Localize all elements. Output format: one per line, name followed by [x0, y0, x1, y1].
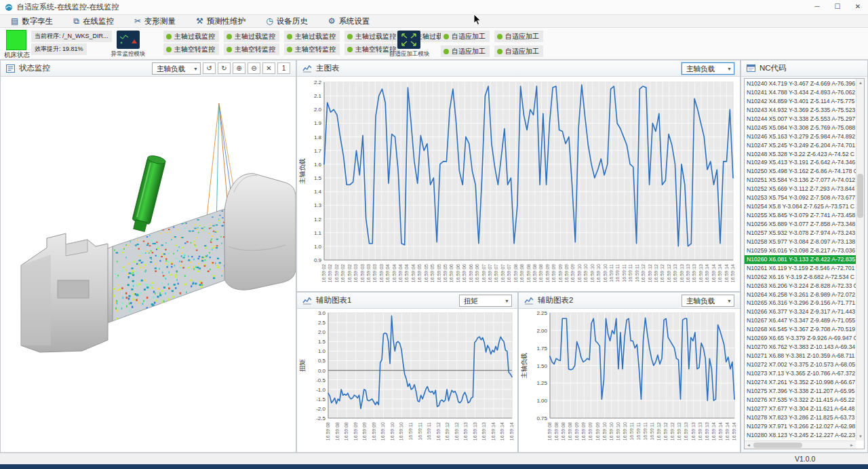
menu-item-label: 在线监控: [83, 16, 114, 26]
nc-hscroll-thumb[interactable]: [753, 443, 802, 448]
machine-3d-viewport[interactable]: [1, 77, 296, 452]
nc-code-line[interactable]: N10263 X6.206 Y-3.224 Z-8.828 A-72.33 C: [745, 282, 856, 290]
zoom-in-button[interactable]: ⊕: [233, 62, 245, 74]
nc-horizontal-scrollbar[interactable]: ◄ ►: [745, 440, 856, 449]
aux-chart2-svg[interactable]: 2.252.001.751.501.251.000.7516:59:0816:5…: [519, 309, 740, 452]
nc-code-line[interactable]: N10245 X5.084 Y-3.308 Z-5.769 A-75.088: [745, 124, 856, 132]
main-chart-svg[interactable]: 2.22.12.01.91.81.71.61.51.41.31.21.11.00…: [297, 77, 740, 291]
spindle-overload-monitor-button-2[interactable]: 主轴过载监控: [224, 31, 279, 42]
nc-vscroll-thumb[interactable]: [857, 174, 863, 218]
scroll-left-icon[interactable]: ◄: [745, 441, 753, 449]
nc-code-line[interactable]: N10240 X4.719 Y-3.467 Z-4.669 A-76.396: [745, 79, 856, 88]
nc-code-line[interactable]: N10275 X7.396 Y-3.338 Z-11.207 A-65.95: [745, 387, 856, 396]
svg-text:16:59:08: 16:59:08: [561, 422, 566, 440]
orbit-view-button[interactable]: ↻: [218, 62, 231, 74]
scroll-down-icon[interactable]: ▼: [856, 432, 865, 440]
minimize-button[interactable]: ─: [807, 0, 827, 15]
document-icon: ▤: [11, 17, 18, 25]
menu-item-device-history[interactable]: ◷设备历史: [266, 16, 307, 26]
svg-text:16:59:09: 16:59:09: [551, 264, 556, 282]
nc-code-line[interactable]: N10278 X7.823 Y-3.286 Z-11.825 A-63.73: [745, 413, 856, 422]
adaptive-machining-button-3[interactable]: 自适应加工: [441, 45, 490, 57]
adaptive-machining-button-1[interactable]: 自适应加工: [441, 31, 490, 42]
nc-code-line[interactable]: N10260 X6.081 Y-3.133 Z-8.422 A-72.835: [745, 255, 856, 264]
spindle-overload-monitor-button-1[interactable]: 主轴过载监控: [163, 31, 219, 42]
menu-item-system-settings[interactable]: ⚙系统设置: [328, 16, 370, 26]
nc-code-line[interactable]: N10274 X7.261 Y-3.352 Z-10.998 A-66.67: [745, 378, 856, 387]
svg-text:16:59:11: 16:59:11: [418, 422, 422, 440]
nc-code-line[interactable]: N10262 X6.16 Y-3.19 Z-8.682 A-72.534 C: [745, 273, 856, 282]
nc-code-line[interactable]: N10276 X7.535 Y-3.322 Z-11.415 A-65.22: [745, 396, 856, 405]
abnormal-monitor-module-icon[interactable]: [117, 31, 140, 49]
nc-code-line[interactable]: N10266 X6.377 Y-3.324 Z-9.317 A-71.443: [745, 307, 856, 316]
aux-chart1-svg[interactable]: 3.02.52.01.51.00.50.0-0.5-1.0-1.5-2.0-2.…: [297, 309, 517, 452]
close-button[interactable]: ✕: [848, 0, 868, 15]
idle-monitor-row: 主轴空转监控主轴空转监控主轴空转监控主轴空转监控: [163, 43, 400, 55]
nc-code-line[interactable]: N10264 X6.258 Y-3.261 Z-8.989 A-72.072: [745, 290, 856, 299]
svg-text:16:59:03: 16:59:03: [366, 264, 371, 282]
spindle-idle-monitor-button-1[interactable]: 主轴空转监控: [163, 43, 219, 55]
view-signal-dropdown[interactable]: 主轴负载 ▼: [152, 62, 201, 75]
scroll-up-icon[interactable]: ▲: [856, 79, 865, 87]
aux-chart1-signal-dropdown[interactable]: 扭矩 ▼: [459, 295, 512, 307]
nc-code-line[interactable]: N10253 X5.754 Y-3.092 Z-7.508 A-73.677: [745, 193, 856, 202]
svg-text:-1.5: -1.5: [316, 396, 326, 402]
reset-view-button[interactable]: ✕: [262, 62, 275, 74]
nc-code-line[interactable]: N10271 X6.88 Y-3.381 Z-10.359 A-68.711: [745, 352, 856, 360]
nc-code-line[interactable]: N10247 X5.245 Y-3.249 Z-6.204 A-74.701: [745, 141, 856, 150]
nc-code-line[interactable]: N10252 X5.669 Y-3.112 Z-7.293 A-73.844: [745, 185, 856, 193]
menu-item-predictive-maintenance[interactable]: ⚒预测性维护: [196, 16, 245, 26]
green-status-dot: [166, 34, 172, 39]
nc-code-line[interactable]: N10241 X4.788 Y-3.434 Z-4.893 A-76.062: [745, 88, 856, 97]
svg-text:16:59:08: 16:59:08: [519, 264, 524, 282]
menu-item-online-monitor[interactable]: ⧉在线监控: [73, 16, 114, 26]
nc-code-line[interactable]: N10277 X7.677 Y-3.304 Z-11.621 A-64.48: [745, 405, 856, 413]
nc-code-line[interactable]: N10261 X6.119 Y-3.159 Z-8.546 A-72.701: [745, 264, 856, 273]
svg-text:16:59:06: 16:59:06: [462, 264, 467, 282]
nc-code-line[interactable]: N10280 X8.123 Y-3.245 Z-12.227 A-62.23: [745, 431, 856, 440]
nc-code-line[interactable]: N10272 X7.002 Y-3.375 Z-10.573 A-68.05: [745, 360, 856, 369]
spindle-idle-monitor-button-2[interactable]: 主轴空转监控: [224, 43, 279, 55]
nc-code-line[interactable]: N10244 X5.007 Y-3.338 Z-5.553 A-75.297: [745, 115, 856, 124]
svg-text:16:59:08: 16:59:08: [532, 264, 537, 282]
nc-code-line[interactable]: N10279 X7.971 Y-3.266 Z-12.027 A-62.98: [745, 422, 856, 431]
svg-text:16:59:05: 16:59:05: [437, 264, 441, 282]
svg-text:16:59:11: 16:59:11: [628, 264, 633, 282]
nc-code-line[interactable]: N10250 X5.498 Y-3.162 Z-6.86 A-74.178 C: [745, 167, 856, 176]
menu-item-digital-twin[interactable]: ▤数字孪生: [11, 16, 53, 26]
aux-chart2-signal-dropdown[interactable]: 主轴负载 ▼: [682, 295, 734, 307]
nc-code-line[interactable]: N10267 X6.447 Y-3.347 Z-9.489 A-71.055: [745, 316, 856, 325]
nc-code-line[interactable]: N10249 X5.413 Y-3.191 Z-6.642 A-74.346: [745, 158, 856, 167]
nc-code-line[interactable]: N10256 X5.889 Y-3.077 Z-7.858 A-73.348: [745, 220, 856, 229]
adaptive-machining-module-icon[interactable]: [397, 31, 420, 49]
nc-code-line[interactable]: N10257 X5.932 Y-3.078 Z-7.974 A-73.243: [745, 229, 856, 238]
nc-code-line[interactable]: N10258 X5.977 Y-3.084 Z-8.097 A-73.138: [745, 238, 856, 246]
nc-code-line[interactable]: N10269 X6.65 Y-3.379 Z-9.926 A-69.947 C: [745, 334, 856, 343]
main-chart-signal-dropdown[interactable]: 主轴负载 ▼: [682, 62, 734, 75]
adaptive-machining-button-2[interactable]: 自适应加工: [494, 31, 543, 42]
zoom-out-button[interactable]: ⊖: [248, 62, 260, 74]
adaptive-machining-button-4[interactable]: 自适应加工: [494, 45, 543, 57]
nc-code-line[interactable]: N10259 X6.016 Y-3.098 Z-8.217 A-73.036: [745, 246, 856, 255]
svg-text:16:59:11: 16:59:11: [609, 264, 614, 282]
nc-code-line[interactable]: N10255 X5.845 Y-3.079 Z-7.741 A-73.458: [745, 211, 856, 220]
nc-code-line[interactable]: N10254 X5.8 Y-3.084 Z-7.625 A-73.571 C: [745, 202, 856, 211]
nc-code-line[interactable]: N10270 X6.762 Y-3.383 Z-10.143 A-69.34: [745, 343, 856, 352]
spindle-overload-monitor-button-3[interactable]: 主轴过载监控: [284, 31, 340, 42]
nc-code-line[interactable]: N10246 X5.163 Y-3.279 Z-5.984 A-74.892: [745, 132, 856, 141]
nc-code-line[interactable]: N10248 X5.328 Y-3.22 Z-6.423 A-74.52 C: [745, 150, 856, 159]
menu-item-deform-measure[interactable]: ✂变形测量: [134, 16, 176, 26]
nc-code-line[interactable]: N10268 X6.545 Y-3.367 Z-9.708 A-70.519: [745, 325, 856, 334]
rotate-view-button[interactable]: ↺: [203, 62, 216, 74]
nc-code-line[interactable]: N10265 X6.316 Y-3.296 Z-9.156 A-71.771: [745, 299, 856, 307]
svg-text:16:59:03: 16:59:03: [360, 264, 365, 282]
spindle-idle-monitor-button-3[interactable]: 主轴空转监控: [284, 43, 340, 55]
nc-code-line[interactable]: N10251 X5.584 Y-3.136 Z-7.077 A-74.012: [745, 176, 856, 185]
nc-vertical-scrollbar[interactable]: ▲ ▼: [856, 79, 864, 440]
maximize-button[interactable]: ☐: [827, 0, 848, 15]
nc-code-line[interactable]: N10242 X4.859 Y-3.401 Z-5.114 A-75.775: [745, 97, 856, 106]
view-index-box[interactable]: 1: [277, 62, 290, 74]
nc-code-line[interactable]: N10273 X7.13 Y-3.365 Z-10.786 A-67.372: [745, 369, 856, 378]
nc-code-line[interactable]: N10243 X4.932 Y-3.369 Z-5.335 A-75.523: [745, 106, 856, 115]
scroll-right-icon[interactable]: ►: [848, 441, 856, 449]
